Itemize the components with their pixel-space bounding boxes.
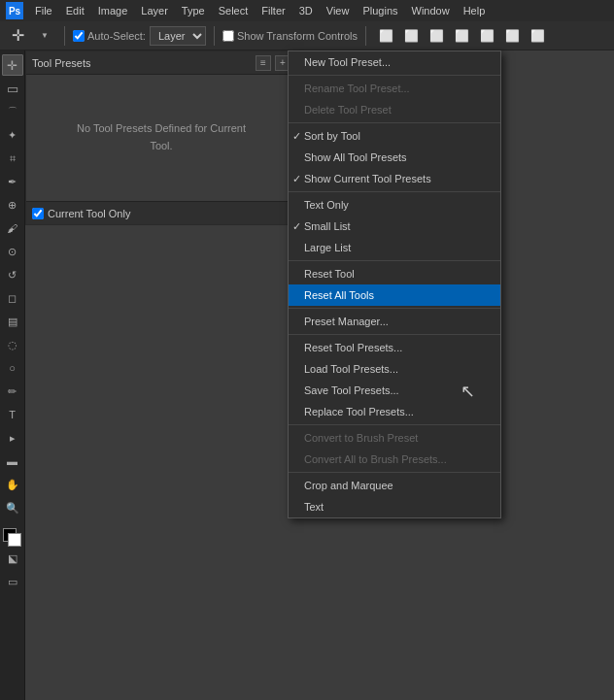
select-tool[interactable]: ▭ [2,78,23,99]
menu-item-large-list[interactable]: Large List [289,237,500,258]
toolbar-divider-1 [64,26,65,46]
menu-item-show-current-tool-presets[interactable]: ✓Show Current Tool Presets [289,168,500,189]
menu-item-label: Reset Tool Presets... [304,342,402,353]
menu-item-rename-tool-preset: Rename Tool Preset... [289,78,500,99]
crop-tool[interactable]: ⌗ [2,148,23,169]
menu-file[interactable]: File [29,3,58,18]
menu-item-label: Large List [304,242,351,253]
menu-item-reset-tool[interactable]: Reset Tool [289,263,500,284]
menu-edit[interactable]: Edit [60,3,90,18]
menu-item-label: Sort by Tool [304,130,360,142]
menu-item-reset-tool-presets[interactable]: Reset Tool Presets... [289,337,500,358]
checkmark-icon: ✓ [292,130,301,143]
spot-heal-tool[interactable]: ⊕ [2,194,23,216]
screen-mode-tool[interactable]: ▭ [2,571,23,592]
panel-options-button[interactable]: ≡ [256,55,271,71]
menu-item-crop-and-marquee[interactable]: Crop and Marquee [289,475,500,496]
auto-select-label: Auto-Select: [87,30,146,42]
menu-item-label: Reset Tool [304,268,355,280]
clone-tool[interactable]: ⊙ [2,241,23,262]
move-tool[interactable]: ✛ [2,54,23,76]
menu-separator [289,122,500,123]
magic-wand-tool[interactable]: ✦ [2,124,23,146]
menu-item-small-list[interactable]: ✓Small List [289,216,500,237]
align-right-icon[interactable]: ⬜ [425,24,448,48]
panel-header: Tool Presets ≡ + [26,51,296,75]
hand-tool[interactable]: ✋ [2,474,23,495]
transform-label: Show Transform Controls [237,30,358,42]
menu-item-convert-to-brush-preset: Convert to Brush Preset [289,427,500,449]
menu-item-replace-tool-presets[interactable]: Replace Tool Presets... [289,401,500,422]
shape-tool[interactable]: ▬ [2,450,23,472]
menu-item-label: Reset All Tools [304,289,374,301]
move-tool-icon[interactable]: ✛ [6,24,29,48]
menu-item-save-tool-presets[interactable]: Save Tool Presets... [289,380,500,401]
menu-item-reset-all-tools[interactable]: Reset All Tools [289,284,500,306]
align-bottom-icon[interactable]: ⬜ [500,24,524,48]
toolbar-divider-3 [365,26,366,46]
panel-footer: Current Tool Only [26,201,296,224]
menu-item-label: Convert to Brush Preset [304,432,418,444]
brush-tool[interactable]: 🖌 [2,217,23,239]
align-left-icon[interactable]: ⬜ [374,24,397,48]
current-tool-only-checkbox[interactable] [32,208,44,219]
menu-view[interactable]: View [321,3,356,18]
panel-title: Tool Presets [32,57,91,69]
menu-filter[interactable]: Filter [256,3,290,18]
menu-layer[interactable]: Layer [135,3,174,18]
zoom-tool[interactable]: 🔍 [2,497,23,518]
menu-item-show-all-tool-presets[interactable]: Show All Tool Presets [289,147,500,168]
menu-separator [289,191,500,192]
panel-icons: ≡ + [256,55,290,71]
menu-select[interactable]: Select [213,3,255,18]
menu-separator [289,334,500,335]
menu-item-load-tool-presets[interactable]: Load Tool Presets... [289,358,500,380]
checkmark-icon: ✓ [292,220,301,233]
history-brush-tool[interactable]: ↺ [2,264,23,285]
layer-select[interactable]: Layer [150,26,206,46]
menu-image[interactable]: Image [92,3,134,18]
menu-type[interactable]: Type [176,3,211,18]
eraser-tool[interactable]: ◻ [2,287,23,309]
menu-item-label: Text Only [304,199,349,211]
background-color[interactable] [8,533,21,547]
path-selection-tool[interactable]: ▸ [2,427,23,449]
menu-item-label: Show Current Tool Presets [304,173,431,184]
type-tool[interactable]: T [2,404,23,425]
menu-item-preset-manager[interactable]: Preset Manager... [289,311,500,332]
menu-item-label: Save Tool Presets... [304,384,399,396]
auto-select-checkbox[interactable] [73,30,85,42]
current-tool-only-label[interactable]: Current Tool Only [32,208,130,219]
quick-mask-tool[interactable]: ⬕ [2,548,23,569]
menu-3d[interactable]: 3D [293,3,319,18]
dodge-tool[interactable]: ○ [2,357,23,379]
menu-item-new-tool-preset[interactable]: New Tool Preset... [289,51,500,73]
menu-separator [289,472,500,473]
menu-item-text-only[interactable]: Text Only [289,194,500,216]
distribute-icon[interactable]: ⬜ [526,24,549,48]
content-area: Tool Presets ≡ + No Tool Presets Defined… [25,50,614,700]
menu-separator [289,424,500,425]
menu-item-sort-by-tool[interactable]: ✓Sort by Tool [289,125,500,147]
align-top-icon[interactable]: ⬜ [450,24,473,48]
panel-empty-line2: Tool. [150,138,172,155]
menu-plugins[interactable]: Plugins [357,3,403,18]
menubar: Ps File Edit Image Layer Type Select Fil… [0,0,614,21]
toolbar-divider-2 [214,26,215,46]
lasso-tool[interactable]: ⌒ [2,101,23,122]
menu-item-text[interactable]: Text [289,496,500,517]
transform-checkbox[interactable] [222,30,234,42]
blur-tool[interactable]: ◌ [2,334,23,355]
pen-tool[interactable]: ✏ [2,381,23,402]
align-middle-icon[interactable]: ⬜ [475,24,498,48]
menu-window[interactable]: Window [406,3,456,18]
tool-presets-panel: Tool Presets ≡ + No Tool Presets Defined… [25,50,297,225]
left-toolbar: ✛ ▭ ⌒ ✦ ⌗ ✒ ⊕ 🖌 ⊙ ↺ ◻ ▤ ◌ ○ ✏ T ▸ ▬ ✋ 🔍 … [0,50,25,700]
gradient-tool[interactable]: ▤ [2,311,23,332]
align-center-icon[interactable]: ⬜ [399,24,423,48]
menu-item-label: Preset Manager... [304,316,389,327]
move-tool-arrow[interactable]: ▼ [33,24,56,48]
menu-help[interactable]: Help [458,3,492,18]
menu-item-label: Show All Tool Presets [304,151,407,163]
eyedropper-tool[interactable]: ✒ [2,171,23,192]
